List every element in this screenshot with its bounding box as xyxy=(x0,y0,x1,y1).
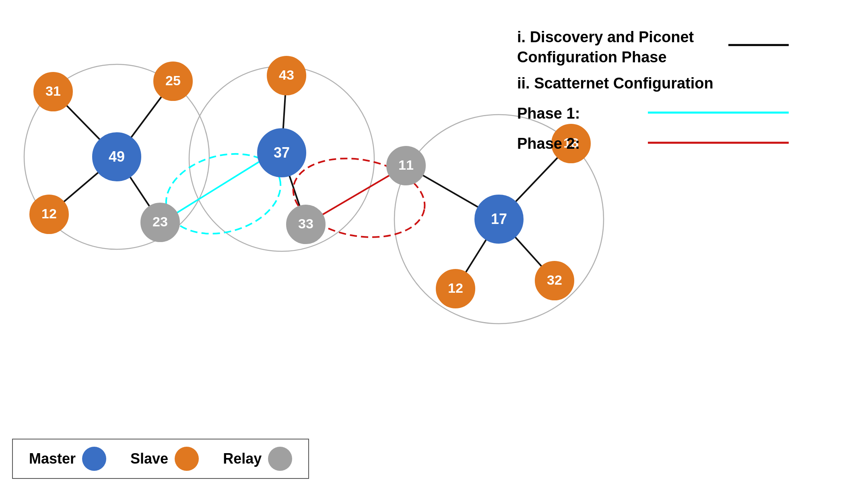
legend-master: Master xyxy=(29,447,106,471)
legend-slave-circle xyxy=(175,447,199,471)
svg-text:43: 43 xyxy=(279,67,294,82)
legend-slave: Slave xyxy=(130,447,199,471)
legend-master-circle xyxy=(82,447,106,471)
legend-relay: Relay xyxy=(223,447,292,471)
svg-text:Phase 1:: Phase 1: xyxy=(517,105,580,122)
svg-text:11: 11 xyxy=(398,157,414,172)
main-container: 31 25 49 12 23 43 37 33 11 18 17 xyxy=(0,0,868,503)
network-diagram: 31 25 49 12 23 43 37 33 11 18 17 xyxy=(0,0,868,503)
svg-text:32: 32 xyxy=(547,272,562,287)
legend-box: Master Slave Relay xyxy=(12,439,309,479)
svg-text:17: 17 xyxy=(491,211,507,227)
svg-text:49: 49 xyxy=(109,148,125,165)
legend-master-label: Master xyxy=(29,450,76,467)
svg-text:23: 23 xyxy=(153,214,168,229)
svg-text:Configuration Phase: Configuration Phase xyxy=(517,49,667,66)
svg-text:12: 12 xyxy=(448,280,463,296)
svg-text:12: 12 xyxy=(41,206,57,221)
svg-text:i. Discovery and Piconet: i. Discovery and Piconet xyxy=(517,29,694,45)
svg-text:Phase 2:: Phase 2: xyxy=(517,135,580,152)
legend-slave-label: Slave xyxy=(130,450,168,467)
svg-text:ii. Scatternet Configuration: ii. Scatternet Configuration xyxy=(517,75,713,92)
legend-relay-label: Relay xyxy=(223,450,262,467)
svg-text:33: 33 xyxy=(298,216,313,231)
legend-relay-circle xyxy=(268,447,292,471)
svg-text:25: 25 xyxy=(165,73,181,88)
svg-text:37: 37 xyxy=(274,144,290,161)
svg-text:31: 31 xyxy=(45,83,61,99)
